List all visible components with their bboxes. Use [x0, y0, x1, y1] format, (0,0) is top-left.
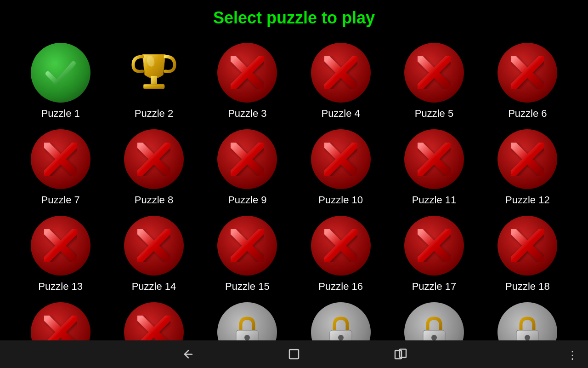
puzzle-item-7[interactable]: Puzzle 7: [14, 123, 107, 210]
puzzle-label-13: Puzzle 13: [38, 281, 83, 293]
puzzle-icon-16: [309, 213, 373, 278]
puzzle-label-7: Puzzle 7: [41, 194, 79, 206]
puzzle-item-1[interactable]: Puzzle 1: [14, 37, 107, 123]
puzzle-label-6: Puzzle 6: [508, 108, 547, 120]
puzzle-label-18: Puzzle 18: [505, 281, 550, 293]
page-title: Select puzzle to play: [0, 8, 588, 28]
puzzle-item-13[interactable]: Puzzle 13: [14, 210, 107, 296]
puzzle-item-6[interactable]: Puzzle 6: [481, 37, 574, 123]
back-button[interactable]: [180, 347, 195, 362]
puzzle-icon-14: [122, 213, 186, 278]
puzzle-icon-18: [495, 213, 560, 278]
puzzle-icon-7: [28, 127, 93, 191]
puzzle-icon-17: [402, 213, 466, 278]
puzzle-icon-12: [495, 127, 560, 191]
puzzle-label-9: Puzzle 9: [228, 194, 266, 206]
puzzle-icon-10: [309, 127, 373, 191]
page-header: Select puzzle to play: [0, 0, 588, 32]
puzzle-label-15: Puzzle 15: [225, 281, 270, 293]
puzzle-item-5[interactable]: Puzzle 5: [387, 37, 481, 123]
puzzle-item-9[interactable]: Puzzle 9: [201, 123, 294, 210]
puzzle-icon-1: [28, 40, 93, 105]
puzzle-item-18[interactable]: Puzzle 18: [481, 210, 574, 296]
puzzle-label-17: Puzzle 17: [412, 281, 457, 293]
puzzle-item-12[interactable]: Puzzle 12: [481, 123, 574, 210]
puzzle-item-14[interactable]: Puzzle 14: [107, 210, 200, 296]
puzzle-label-14: Puzzle 14: [132, 281, 176, 293]
puzzle-label-12: Puzzle 12: [505, 194, 550, 206]
svg-rect-52: [289, 350, 299, 359]
puzzle-item-11[interactable]: Puzzle 11: [387, 123, 481, 210]
puzzle-icon-8: [122, 127, 186, 191]
puzzle-item-16[interactable]: Puzzle 16: [294, 210, 387, 296]
puzzle-icon-5: [402, 40, 466, 105]
puzzle-label-10: Puzzle 10: [318, 194, 363, 206]
puzzle-label-1: Puzzle 1: [41, 108, 79, 120]
puzzle-label-2: Puzzle 2: [135, 108, 173, 120]
puzzle-icon-4: [309, 40, 373, 105]
puzzle-label-3: Puzzle 3: [228, 108, 266, 120]
puzzle-icon-2: [122, 40, 186, 105]
puzzle-icon-3: [215, 40, 279, 105]
puzzle-label-11: Puzzle 11: [412, 194, 457, 206]
puzzle-item-15[interactable]: Puzzle 15: [201, 210, 294, 296]
more-button[interactable]: ⋮: [567, 349, 579, 362]
puzzle-icon-13: [28, 213, 93, 278]
puzzle-label-4: Puzzle 4: [321, 108, 360, 120]
puzzle-item-4[interactable]: Puzzle 4: [294, 37, 387, 123]
puzzle-icon-11: [402, 127, 466, 191]
puzzle-grid: Puzzle 1 Puzzl: [0, 32, 588, 368]
puzzle-icon-6: [495, 40, 560, 105]
svg-rect-1: [143, 84, 164, 89]
recents-button[interactable]: [393, 347, 408, 362]
puzzle-item-17[interactable]: Puzzle 17: [387, 210, 481, 296]
puzzle-label-5: Puzzle 5: [415, 108, 453, 120]
puzzle-item-10[interactable]: Puzzle 10: [294, 123, 387, 210]
bottom-nav-bar: [0, 340, 588, 368]
home-button[interactable]: [287, 347, 301, 362]
puzzle-label-8: Puzzle 8: [135, 194, 173, 206]
puzzle-item-3[interactable]: Puzzle 3: [201, 37, 294, 123]
puzzle-icon-15: [215, 213, 279, 278]
svg-rect-0: [151, 76, 157, 84]
puzzle-item-8[interactable]: Puzzle 8: [107, 123, 200, 210]
puzzle-icon-9: [215, 127, 279, 191]
puzzle-item-2[interactable]: Puzzle 2: [107, 37, 200, 123]
puzzle-label-16: Puzzle 16: [318, 281, 363, 293]
